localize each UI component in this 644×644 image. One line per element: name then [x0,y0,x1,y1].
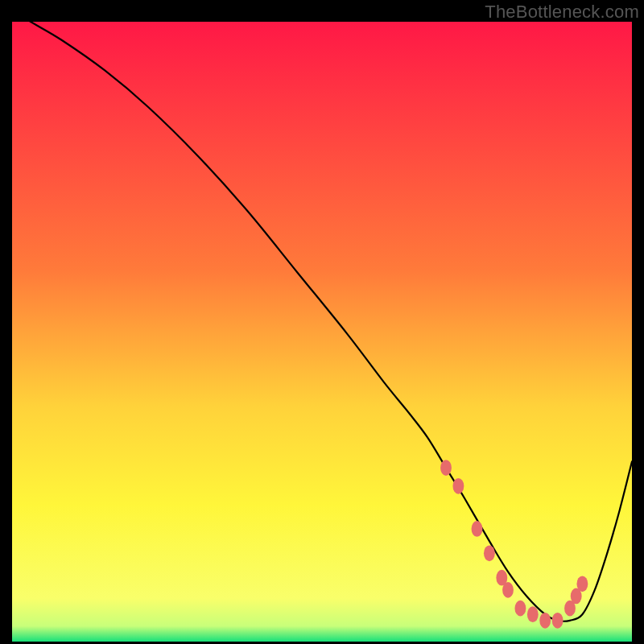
attribution-label: TheBottleneck.com [485,2,639,23]
highlight-dot [502,582,514,598]
highlight-dot [539,613,551,629]
highlight-dot [527,606,539,622]
highlight-dot [576,576,588,592]
highlight-dot [552,613,564,629]
highlight-dot [514,601,526,617]
optimal-range-dots [12,22,632,633]
chart-frame: TheBottleneck.com [0,0,644,644]
highlight-dot [452,478,464,494]
highlight-dot [440,460,452,476]
highlight-dot [472,521,483,537]
highlight-dot [484,545,495,561]
plot-area [12,22,632,633]
